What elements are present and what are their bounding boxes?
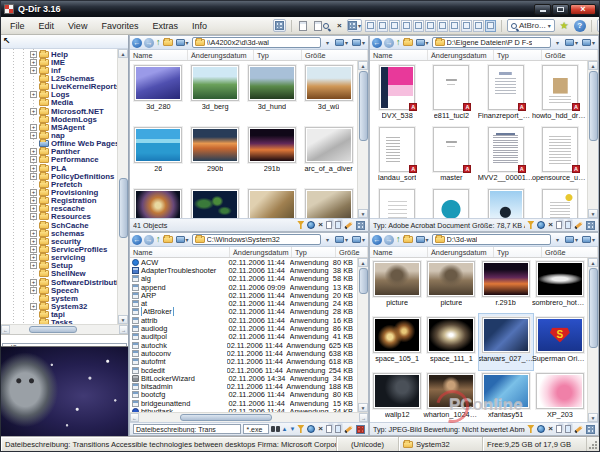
file-thumbnail[interactable]: A — [533, 185, 587, 218]
tree-expander-icon[interactable]: + — [30, 197, 37, 204]
file-thumbnail[interactable]: A DVX_538 — [370, 61, 424, 123]
recent-folders-icon[interactable] — [403, 236, 413, 243]
paste-icon[interactable] — [335, 221, 341, 229]
history-dropdown[interactable]: ▾ — [553, 37, 562, 48]
file-thumbnail[interactable]: A — [424, 185, 478, 218]
rename-icon[interactable] — [344, 221, 353, 229]
pane-select-icon[interactable] — [586, 221, 595, 230]
file-thumbnail[interactable]: space_111_1 — [424, 314, 478, 370]
up-icon[interactable]: ↑ — [396, 38, 401, 47]
rename-icon[interactable] — [574, 425, 583, 433]
column-header[interactable]: Größe — [302, 50, 368, 60]
back-icon[interactable]: ← — [372, 38, 382, 48]
file-thumbnail[interactable]: picture — [424, 258, 478, 314]
help-button[interactable]: ? — [574, 20, 586, 32]
back-icon[interactable]: ← — [132, 38, 142, 48]
column-header[interactable]: Typ — [292, 247, 336, 257]
file-thumbnail[interactable]: 3d_wü — [300, 61, 357, 123]
tree-expander-icon[interactable]: + — [30, 91, 37, 98]
close-tab-button[interactable]: × — [333, 19, 346, 32]
menu-item[interactable]: Edit — [32, 20, 62, 32]
file-thumbnail[interactable]: A — [479, 185, 533, 218]
tree-horizontal-scrollbar[interactable]: ← → — [1, 324, 128, 334]
forward-icon[interactable]: → — [144, 235, 154, 245]
tree-expander-icon[interactable]: + — [30, 205, 37, 212]
layout-preset-button[interactable] — [461, 20, 472, 32]
delete-icon[interactable]: × — [548, 221, 553, 229]
tree-expander-icon[interactable]: + — [30, 189, 37, 196]
pane1-scrollbar[interactable]: ▲ ▼ — [357, 61, 368, 218]
drives-dropdown[interactable]: ▾ — [415, 37, 430, 48]
tree-expander-icon[interactable]: + — [30, 124, 37, 131]
filter-icon[interactable] — [297, 221, 304, 229]
pane3-horizontal-scrollbar[interactable]: ← → — [130, 412, 368, 422]
filter-icon[interactable] — [297, 425, 304, 433]
globe-icon[interactable] — [537, 221, 545, 229]
tree-pane-icon[interactable]: ↖ — [3, 37, 11, 46]
tree-expander-icon[interactable]: + — [30, 173, 37, 180]
file-thumbnail[interactable]: A landau_sort — [370, 123, 424, 185]
file-thumbnail[interactable]: 3d_berg — [187, 61, 244, 123]
file-thumbnail[interactable]: arc_of_a_diver — [300, 123, 357, 185]
file-thumbnail[interactable]: space_105_1 — [370, 314, 424, 370]
history-dropdown[interactable]: ▾ — [553, 234, 562, 245]
filter-combo[interactable]: AtBro... ▾ — [507, 19, 555, 32]
file-thumbnail[interactable]: wallp12 — [370, 370, 424, 422]
up-icon[interactable]: ↑ — [156, 235, 161, 244]
up-icon[interactable]: ↑ — [156, 38, 161, 47]
pane-select-icon[interactable] — [586, 425, 595, 434]
back-icon[interactable]: ← — [132, 235, 142, 245]
file-thumbnail[interactable] — [187, 185, 244, 218]
history-dropdown[interactable]: ▾ — [323, 37, 332, 48]
scroll-down-icon[interactable]: ▼ — [118, 315, 128, 324]
layout-preset-button[interactable] — [425, 20, 436, 32]
tree-expander-icon[interactable]: + — [30, 303, 37, 310]
view-mode-dropdown[interactable]: ▾ — [334, 234, 349, 245]
close-button[interactable]: × — [570, 4, 596, 15]
favorites-dropdown[interactable]: ▾ — [351, 37, 366, 48]
view-mode-dropdown[interactable]: ▾ — [334, 37, 349, 48]
file-thumbnail[interactable]: Superman Original — [533, 314, 587, 370]
file-thumbnail[interactable]: A opensource_und_li... — [533, 123, 587, 185]
address-bar[interactable]: D:\Eigene Dateien\P D F-s — [432, 37, 551, 48]
forward-icon[interactable]: → — [144, 38, 154, 48]
tree-expander-icon[interactable]: + — [30, 246, 37, 253]
tree-expander-icon[interactable]: + — [30, 51, 37, 58]
layout-preset-button[interactable] — [449, 20, 460, 32]
tree-expander-icon[interactable]: + — [30, 132, 37, 139]
favorites-dropdown[interactable]: ▾ — [581, 37, 596, 48]
favorites-button[interactable]: ★ — [558, 19, 571, 32]
file-thumbnail[interactable]: A Finanzreport_Nr[1... — [479, 61, 533, 123]
file-thumbnail[interactable]: xfantasy51 — [479, 370, 533, 422]
resize-grip[interactable] — [587, 437, 599, 451]
tree-expander-icon[interactable]: + — [30, 254, 37, 261]
file-thumbnail[interactable]: 3d_hund — [244, 61, 301, 123]
file-thumbnail[interactable]: picture — [370, 258, 424, 314]
find-prev-icon[interactable]: ▲ — [281, 426, 287, 432]
pane-select-icon[interactable] — [356, 221, 365, 230]
view-mode-dropdown[interactable]: ▾ — [564, 234, 579, 245]
menu-item[interactable]: View — [61, 20, 94, 32]
file-thumbnail[interactable] — [130, 185, 187, 218]
tree-expander-icon[interactable]: + — [30, 67, 37, 74]
recent-folders-icon[interactable] — [403, 39, 413, 46]
tree-expander-icon[interactable]: + — [30, 213, 37, 220]
column-header[interactable]: Größe — [542, 50, 598, 60]
tree-expander-icon[interactable]: + — [30, 230, 37, 237]
up-icon[interactable]: ↑ — [396, 235, 401, 244]
file-thumbnail[interactable]: A MVV2__000011a3 — [479, 123, 533, 185]
file-thumbnail[interactable]: 3d_280 — [130, 61, 187, 123]
copy-icon[interactable] — [326, 425, 332, 433]
pane3-scrollbar[interactable]: ▲ ▼ — [357, 258, 368, 412]
file-thumbnail[interactable]: r.291b — [479, 258, 533, 314]
scroll-up-icon[interactable]: ▲ — [118, 49, 128, 58]
view-mode-dropdown[interactable]: ▾ — [564, 37, 579, 48]
drives-dropdown[interactable]: ▾ — [175, 234, 190, 245]
pane4-scrollbar[interactable]: ▲ ▼ — [587, 258, 598, 422]
favorites-dropdown[interactable]: ▾ — [351, 234, 366, 245]
favorites-dropdown[interactable]: ▾ — [581, 234, 596, 245]
column-header[interactable]: Typ — [494, 247, 542, 257]
tree-vertical-scrollbar[interactable]: ▲ ▼ — [117, 49, 128, 324]
file-thumbnail[interactable]: XP_203 — [533, 370, 587, 422]
menu-item[interactable]: File — [3, 20, 32, 32]
